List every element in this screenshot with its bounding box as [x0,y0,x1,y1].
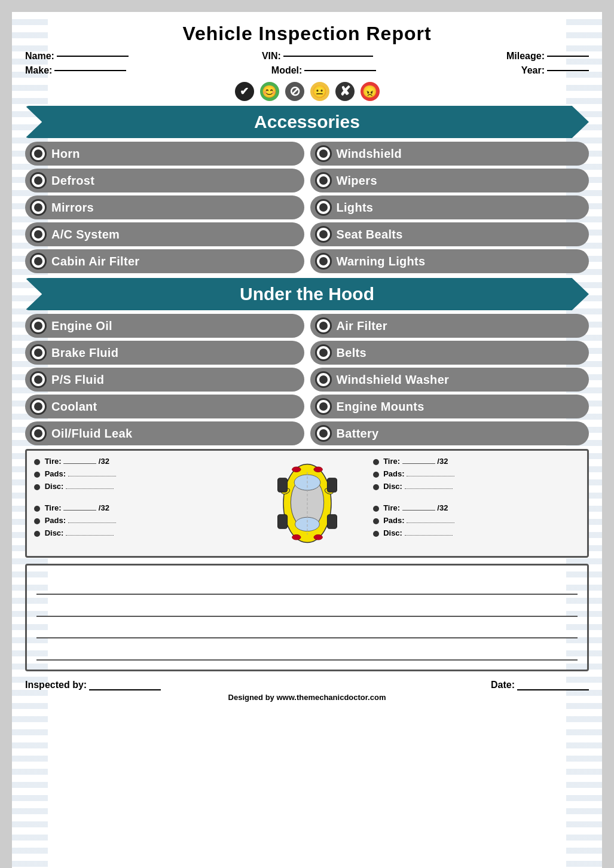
svg-rect-6 [277,478,287,492]
disc-fl-value[interactable] [66,488,114,489]
check-horn[interactable]: Horn [25,142,304,166]
pads-rr-label: Pads: [383,516,407,525]
air-filter-circle[interactable] [315,317,332,334]
pads-rr-value[interactable] [407,522,454,523]
wipers-label: Wipers [337,174,377,188]
model-label: Model: [271,65,303,76]
face-good-icon: 😊 [260,82,279,101]
pads-rl-value[interactable] [68,522,116,523]
windshield-label: Windshield [337,147,402,161]
check-oil-fluid-leak[interactable]: Oil/Fluid Leak [25,421,304,445]
date-value[interactable] [517,689,589,690]
engine-oil-circle[interactable] [30,317,47,334]
mileage-value[interactable] [547,56,589,57]
disc-dot-fl [34,484,40,490]
coolant-circle[interactable] [30,398,47,415]
check-warning-lights[interactable]: Warning Lights [310,249,589,273]
tire-rl-value[interactable] [63,510,96,511]
pads-rr: Pads: [373,516,581,525]
pads-fr-value[interactable] [407,476,454,476]
mileage-label: Mileage: [506,51,545,62]
notes-line-3[interactable] [36,618,578,638]
oil-fluid-leak-circle[interactable] [30,425,47,442]
disc-fr-value[interactable] [405,488,453,489]
check-coolant[interactable]: Coolant [25,395,304,418]
disc-rr: Disc: [373,528,581,537]
seat-belts-circle[interactable] [315,226,332,243]
notes-line-2[interactable] [36,597,578,617]
check-belts[interactable]: Belts [310,341,589,365]
car-illustration [249,451,366,556]
ps-fluid-circle[interactable] [30,371,47,388]
windshield-washer-circle[interactable] [315,371,332,388]
mirrors-circle[interactable] [30,199,47,216]
inspected-by-value[interactable] [89,689,161,690]
date-field: Date: [491,680,589,690]
warning-lights-circle[interactable] [315,253,332,270]
check-cabin-air-filter[interactable]: Cabin Air Filter [25,249,304,273]
pads-dot-rl [34,518,40,524]
inspected-by-field: Inspected by: [25,680,161,690]
check-seat-belts[interactable]: Seat Bealts [310,222,589,246]
tire-rr-value[interactable] [402,510,435,511]
disc-fr-label: Disc: [383,482,404,491]
check-ac-system[interactable]: A/C System [25,222,304,246]
engine-mounts-label: Engine Mounts [337,400,424,414]
tire-fr: Tire: /32 [373,457,581,466]
date-label: Date: [491,680,515,690]
vin-value[interactable] [283,56,373,57]
notes-box[interactable] [25,564,589,671]
tire-dot-fl [34,459,40,465]
check-windshield[interactable]: Windshield [310,142,589,166]
make-value[interactable] [54,70,126,71]
defrost-circle[interactable] [30,172,47,189]
legend-row: ✔ 😊 ⊘ 😐 ✘ 😠 [25,82,589,101]
battery-circle[interactable] [315,425,332,442]
check-brake-fluid[interactable]: Brake Fluid [25,341,304,365]
check-engine-oil[interactable]: Engine Oil [25,314,304,338]
footer: Inspected by: Date: [25,680,589,690]
disc-rl-value[interactable] [66,535,114,536]
check-lights[interactable]: Lights [310,195,589,219]
tire-fr-unit: /32 [437,457,448,466]
tire-rr: Tire: /32 [373,503,581,512]
disc-rr-value[interactable] [405,535,453,536]
page: Vehicle Inspection Report Name: VIN: Mil… [12,12,602,868]
wipers-circle[interactable] [315,172,332,189]
windshield-circle[interactable] [315,145,332,162]
check-mirrors[interactable]: Mirrors [25,195,304,219]
info-row-2: Make: Model: Year: [25,65,589,76]
check-battery[interactable]: Battery [310,421,589,445]
model-value[interactable] [304,70,376,71]
tire-rl-unit: /32 [99,503,109,512]
check-ps-fluid[interactable]: P/S Fluid [25,368,304,392]
info-row-1: Name: VIN: Mileage: [25,51,589,62]
check-air-filter[interactable]: Air Filter [310,314,589,338]
check-defrost[interactable]: Defrost [25,169,304,192]
brake-fluid-circle[interactable] [30,344,47,361]
disc-dot-rl [34,531,40,537]
disc-fr: Disc: [373,482,581,491]
year-label: Year: [521,65,545,76]
tire-fl-value[interactable] [63,463,96,464]
check-wipers[interactable]: Wipers [310,169,589,192]
notes-line-4[interactable] [36,640,578,661]
tire-fr-value[interactable] [402,463,435,464]
lights-circle[interactable] [315,199,332,216]
pads-fl: Pads: [34,469,242,478]
year-value[interactable] [547,70,589,71]
engine-mounts-circle[interactable] [315,398,332,415]
horn-circle[interactable] [30,145,47,162]
cabin-air-circle[interactable] [30,253,47,270]
belts-circle[interactable] [315,344,332,361]
check-engine-mounts[interactable]: Engine Mounts [310,395,589,418]
notes-line-1[interactable] [36,574,578,595]
check-windshield-washer[interactable]: Windshield Washer [310,368,589,392]
ac-circle[interactable] [30,226,47,243]
belts-label: Belts [337,346,366,360]
pads-fl-value[interactable] [68,476,116,476]
mileage-field: Mileage: [506,51,589,62]
svg-point-12 [292,534,301,540]
tire-col-left: Tire: /32 Pads: Disc: Tire: [27,451,249,556]
name-value[interactable] [57,56,129,57]
